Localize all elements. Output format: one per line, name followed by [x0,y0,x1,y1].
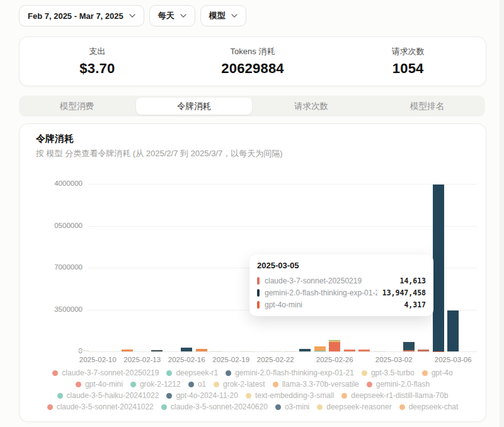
bar-segment [403,350,415,351]
legend-label: claude-3-5-sonnet-20240620 [171,402,268,411]
tooltip-row: gemini-2.0-flash-thinking-exp-01-2113,94… [257,287,426,299]
bar-2025-03-01[interactable] [374,351,385,352]
bar-segment [433,185,444,351]
bar-2025-02-22[interactable] [270,351,281,352]
legend-label: grok-2-latest [223,380,265,389]
legend-item-claude-3-5-haiku-20241022[interactable]: claude-3-5-haiku-20241022 [57,391,159,400]
legend-item-gemini-2.0-flash[interactable]: gemini-2.0-flash [367,380,430,389]
gridline [88,226,477,227]
tooltip-series-marker [257,289,260,297]
stat-value: 20629884 [221,60,284,77]
tab-模型排名[interactable]: 模型排名 [369,96,485,117]
legend-item-deepseek-chat[interactable]: deepseek-chat [399,402,459,411]
gridline [88,351,477,352]
tooltip-model-label: gpt-4o-mini [265,300,399,309]
tooltip-series-marker [257,301,260,309]
legend-item-gemini-2.0-flash-thinking-exp-01-21[interactable]: gemini-2.0-flash-thinking-exp-01-21 [226,368,354,377]
legend-dot-icon [226,370,231,376]
legend-row: claude-3-5-sonnet-20241022claude-3-5-son… [26,402,479,411]
bar-2025-02-12[interactable] [122,350,133,351]
legend-item-deepseek-r1-distill-llama-70b[interactable]: deepseek-r1-distill-llama-70b [341,391,448,400]
legend-item-claude-3-5-sonnet-20240620[interactable]: claude-3-5-sonnet-20240620 [161,402,268,411]
legend-item-claude-3-5-sonnet-20241022[interactable]: claude-3-5-sonnet-20241022 [47,402,154,411]
legend-dot-icon [367,382,372,387]
bar-2025-02-17[interactable] [196,349,207,351]
stat-label: Tokens 消耗 [231,46,275,57]
tab-令牌消耗[interactable]: 令牌消耗 [136,98,252,115]
tooltip-model-label: claude-3-7-sonnet-20250219 [265,276,394,285]
legend-item-grok-2-1212[interactable]: grok-2-1212 [130,380,181,389]
legend-item-gpt-3.5-turbo[interactable]: gpt-3.5-turbo [362,368,415,377]
legend-item-llama-3.3-70b-versatile[interactable]: llama-3.3-70b-versatile [273,380,359,389]
stat-requests: 请求次数1054 [330,37,486,86]
chart-tooltip: 2025-03-05 claude-3-7-sonnet-2025021914,… [249,254,433,316]
legend-item-claude-3-7-sonnet-20250219[interactable]: claude-3-7-sonnet-20250219 [52,368,159,377]
interval-button[interactable]: 每天 [149,5,195,26]
legend-dot-icon [422,370,428,376]
bar-2025-03-04[interactable] [418,350,429,351]
legend-item-text-embedding-3-small[interactable]: text-embedding-3-small [246,391,334,400]
legend-dot-icon [130,382,136,387]
bar-2025-03-03[interactable] [403,342,415,351]
legend-label: grok-2-1212 [140,380,181,389]
bar-2025-03-06[interactable] [447,310,459,351]
tooltip-row: claude-3-7-sonnet-2025021914,613 [257,275,426,287]
legend-item-deepseek-reasoner[interactable]: deepseek-reasoner [317,402,391,411]
bar-segment [270,351,281,352]
date-range-label: Feb 7, 2025 - Mar 7, 2025 [28,11,123,21]
bar-segment [210,351,222,352]
stat-value: $3.70 [79,60,115,77]
chart-title: 令牌消耗 [36,133,74,145]
tab-模型消费[interactable]: 模型消费 [19,96,135,117]
bar-2025-02-20[interactable] [240,351,251,352]
group-by-model-button[interactable]: 模型 [200,5,246,26]
legend-item-gpt-4o-2024-11-20[interactable]: gpt-4o-2024-11-20 [166,391,238,400]
bar-2025-02-16[interactable] [181,348,192,351]
legend-dot-icon [273,382,278,387]
bar-segment [151,350,163,351]
bar-2025-02-27[interactable] [344,350,355,351]
legend-item-o1[interactable]: o1 [188,380,206,389]
legend-item-gpt-4o-mini[interactable]: gpt-4o-mini [76,380,123,389]
legend-label: gpt-4o-2024-11-20 [176,391,238,400]
bar-segment [374,351,385,352]
date-range-button[interactable]: Feb 7, 2025 - Mar 7, 2025 [19,5,144,26]
legend-label: text-embedding-3-small [255,391,334,400]
legend-dot-icon [166,370,172,376]
bar-segment [285,351,296,352]
bar-2025-02-24[interactable] [299,349,311,351]
bar-2025-03-05[interactable] [433,185,444,351]
bar-2025-02-28[interactable] [358,350,370,351]
tab-请求次数[interactable]: 请求次数 [253,96,369,117]
filter-bar: Feb 7, 2025 - Mar 7, 2025 每天 模型 [19,5,246,26]
bar-2025-02-25[interactable] [314,346,326,351]
bar-segment [447,310,459,351]
bar-2025-02-14[interactable] [151,350,163,351]
legend-dot-icon [399,404,405,410]
bar-2025-02-26[interactable] [329,340,340,351]
legend-item-deepseek-r1[interactable]: deepseek-r1 [166,368,218,377]
stat-tokens: Tokens 消耗20629884 [175,37,331,86]
bar-2025-02-09[interactable] [77,350,89,351]
stat-label: 支出 [89,46,105,57]
chart-subtitle: 按 模型 分类查看令牌消耗 (从 2025/2/7 到 2025/3/7，以每天… [36,148,283,159]
bar-2025-02-18[interactable] [210,351,222,352]
legend-item-o3-mini[interactable]: o3-mini [275,402,309,411]
legend-item-gpt-4o[interactable]: gpt-4o [422,368,453,377]
legend-row: claude-3-7-sonnet-20250219deepseek-r1gem… [26,368,479,377]
stat-label: 请求次数 [392,46,425,57]
legend-label: claude-3-5-sonnet-20241022 [57,402,154,411]
bar-segment [196,349,207,351]
legend-dot-icon [47,404,53,410]
stat-value: 1054 [392,60,424,77]
tooltip-value: 14,613 [399,276,426,285]
bar-segment [181,348,192,351]
group-by-label: 模型 [209,10,226,21]
legend-item-grok-2-latest[interactable]: grok-2-latest [214,380,265,389]
y-axis-tick-label: 0500000 [20,222,83,229]
x-axis-tick-label: 2025-03-06 [427,356,479,363]
legend-label: o1 [198,380,206,389]
legend-label: gpt-4o [432,368,453,377]
bar-2025-02-23[interactable] [285,351,296,352]
legend-label: deepseek-r1 [176,368,218,377]
